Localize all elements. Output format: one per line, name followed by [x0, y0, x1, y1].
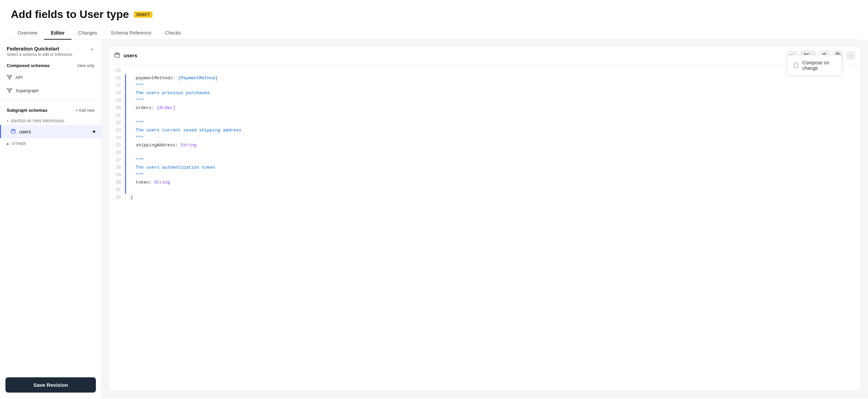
sidebar-item-supergraph[interactable]: Supergraph [0, 84, 101, 97]
tabs-row: Overview Editor Changes Schema Reference… [11, 27, 857, 40]
code-line: The users current saved shipping address [126, 127, 861, 134]
code-content: shippingAddress: String [126, 142, 197, 149]
save-revision-button[interactable]: Save Revision [5, 377, 96, 393]
code-token: """ [130, 158, 144, 163]
line-number: 30 [113, 179, 121, 186]
code-line: """ [126, 119, 861, 127]
svg-point-10 [9, 92, 10, 93]
code-token: """ [130, 172, 144, 177]
other-section-label: OTHER [12, 142, 26, 146]
line-number: 21 [113, 112, 121, 119]
code-token: The users previous purchases [130, 90, 210, 96]
code-content: orders: [Order] [126, 104, 175, 112]
sidebar-subtitle: Select a schema to edit or reference. [7, 52, 73, 57]
tab-overview[interactable]: Overview [11, 27, 44, 40]
other-section-header[interactable]: ▶ OTHER [0, 138, 101, 148]
page-header: Add fields to User type DRAFT Overview E… [0, 0, 868, 40]
code-line: orders: [Order] [126, 104, 861, 112]
code-token: """ [130, 83, 144, 88]
sidebar-info: Federation Quickstart Select a schema to… [7, 46, 73, 57]
code-token: token: [130, 180, 154, 185]
page-title: Add fields to User type [11, 8, 129, 21]
code-token: shippingAddress: [130, 143, 181, 148]
line-numbers: 151617181920212223242526272829303132 [109, 67, 125, 201]
code-token: [PaymentMethod] [178, 76, 218, 81]
tab-checks[interactable]: Checks [158, 27, 188, 40]
code-line [126, 186, 861, 194]
code-line: """ [126, 97, 861, 104]
code-content: paymentMethods: [PaymentMethod] [126, 75, 218, 82]
code-line: """ [126, 171, 861, 179]
code-token: [Order] [157, 105, 175, 110]
code-token: The users current saved shipping address [130, 128, 242, 133]
sidebar-footer: Save Revision [0, 372, 101, 398]
code-content: The users authentication token [126, 164, 215, 171]
sidebar-item-api-label: API [16, 75, 23, 80]
code-token: String [181, 143, 197, 148]
edited-section-label: EDITED IN THIS PROPOSAL [11, 119, 65, 123]
editor-toolbar: users Compose on change ✕ [109, 47, 861, 64]
svg-point-20 [808, 53, 809, 54]
svg-point-7 [8, 89, 11, 91]
code-content: The users current saved shipping address [126, 127, 242, 134]
line-number: 22 [113, 119, 121, 127]
svg-point-0 [8, 76, 11, 78]
tab-schema-reference[interactable]: Schema Reference [104, 27, 158, 40]
code-content: """ [126, 82, 144, 89]
editor-body[interactable]: 151617181920212223242526272829303132 pay… [109, 64, 861, 391]
composed-schemas-label: Composed schemas [7, 63, 49, 68]
edited-section-header[interactable]: ▾ EDITED IN THIS PROPOSAL [0, 115, 101, 125]
view-only-button[interactable]: View only [77, 63, 95, 68]
tab-changes[interactable]: Changes [71, 27, 104, 40]
compose-on-change-panel: Compose on change [787, 55, 842, 76]
code-content: """ [126, 171, 144, 179]
editor-title-area: users [114, 52, 137, 59]
line-number: 15 [113, 67, 121, 75]
compose-on-change-checkbox[interactable] [794, 63, 798, 68]
editor-cube-icon [114, 52, 120, 59]
code-token: """ [130, 135, 144, 140]
line-number: 29 [113, 171, 121, 179]
svg-point-3 [9, 79, 10, 80]
line-number: 16 [113, 75, 121, 82]
code-token: """ [130, 98, 144, 103]
users-cube-icon [11, 128, 16, 135]
line-number: 18 [113, 89, 121, 97]
draft-badge: DRAFT [134, 12, 153, 18]
line-number: 25 [113, 142, 121, 149]
sidebar-header: Federation Quickstart Select a schema to… [0, 40, 101, 58]
compose-on-change-label: Compose on change [802, 60, 835, 71]
more-icon: ··· [849, 53, 853, 58]
code-content: token: String [126, 179, 170, 186]
sidebar-item-supergraph-label: Supergraph [16, 88, 39, 93]
code-content [126, 186, 133, 194]
line-number: 32 [113, 194, 121, 201]
sidebar-item-users[interactable]: users [0, 125, 101, 138]
sidebar-item-api[interactable]: API [0, 71, 101, 84]
other-chevron-icon: ▶ [7, 142, 9, 146]
line-number: 24 [113, 134, 121, 142]
code-content [126, 67, 133, 75]
code-content: """ [126, 97, 144, 104]
code-content: """ [126, 156, 144, 164]
code-token: orders: [130, 105, 157, 110]
code-line: paymentMethods: [PaymentMethod] [126, 75, 861, 82]
tab-editor[interactable]: Editor [44, 27, 71, 40]
users-item-label: users [19, 129, 31, 134]
code-line: """ [126, 82, 861, 89]
federation-icon-api [7, 74, 12, 81]
subgraph-schemas-label: Subgraph schemas [7, 108, 47, 113]
line-number: 23 [113, 127, 121, 134]
code-content [126, 112, 133, 119]
sidebar-divider [0, 100, 101, 100]
editor-area: users Compose on change ✕ [102, 40, 868, 398]
code-token: The users authentication token [130, 165, 215, 170]
composed-schemas-section-header: Composed schemas View only [0, 58, 101, 71]
collapse-sidebar-button[interactable]: « [89, 46, 95, 52]
more-options-button[interactable]: ··· [846, 51, 855, 60]
title-row: Add fields to User type DRAFT [11, 8, 857, 21]
code-line [126, 149, 861, 156]
code-content: The users previous purchases [126, 89, 210, 97]
code-token: String [154, 180, 170, 185]
add-new-button[interactable]: + Add new [76, 108, 95, 113]
